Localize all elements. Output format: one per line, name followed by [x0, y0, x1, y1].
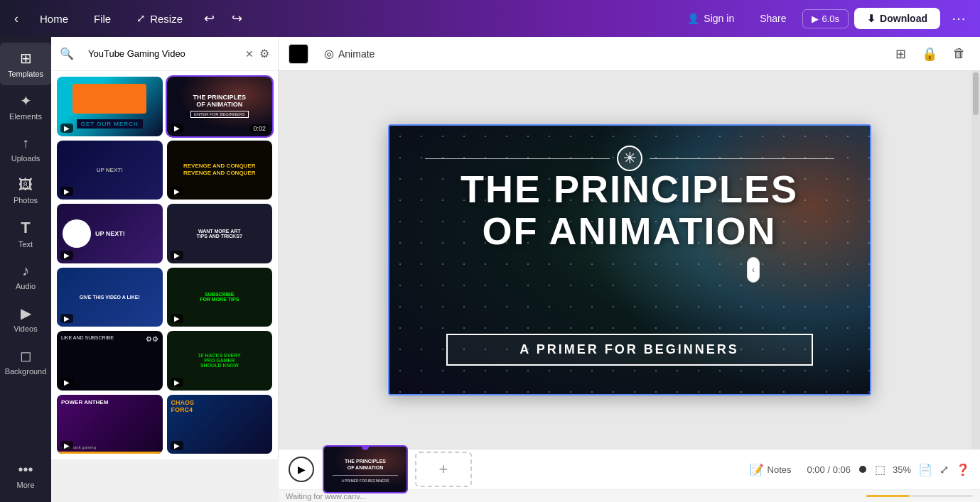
- sidebar-item-text[interactable]: T Text: [0, 212, 51, 256]
- page-view-button[interactable]: 📄: [918, 463, 932, 476]
- sidebar-item-label: Audio: [16, 282, 36, 290]
- template-duration: 0:02: [250, 124, 269, 133]
- background-icon: ◻: [20, 347, 32, 364]
- slide-title[interactable]: THE PRINCIPLESOF ANIMATION: [418, 168, 841, 253]
- notes-button[interactable]: 📝 Notes: [743, 459, 799, 480]
- timeline: ▶ THE PRINCIPLESOF ANIMATION A PRIMER FO…: [279, 449, 980, 502]
- sidebar-item-photos[interactable]: 🖼 Photos: [0, 170, 51, 212]
- sidebar-item-label: More: [16, 481, 34, 489]
- timeline-play-button[interactable]: ▶: [289, 457, 314, 482]
- scrollbar-thumb[interactable]: [973, 72, 979, 115]
- template-play-badge: ▶: [171, 251, 183, 260]
- template-card[interactable]: REVENGE AND CONQUERREVENGE AND CONQUER ▶: [167, 141, 273, 200]
- template-card[interactable]: LIKE AND SUBSCRIBE ⚙⚙ ▶: [57, 331, 163, 391]
- template-play-badge: ▶: [171, 187, 183, 196]
- template-play-badge: ▶: [171, 124, 183, 133]
- expand-button[interactable]: ⤢: [939, 463, 949, 476]
- top-navigation: ‹ Home File ⤢ Resize ↩ ↪ 👤 Sign in Share…: [0, 0, 980, 37]
- main-area: ⊞ Templates ✦ Elements ↑ Uploads 🖼 Photo…: [0, 37, 980, 502]
- template-play-badge: ▶: [60, 124, 73, 133]
- audio-icon: ♪: [22, 263, 29, 279]
- template-card[interactable]: POWER ANTHEM battle tank gaming ▶: [57, 395, 163, 454]
- play-icon: ▶: [812, 13, 819, 24]
- templates-panel: 🔍 ✕ ⚙ GET OUR MERCH ▶ TH: [51, 37, 279, 459]
- sidebar-item-uploads[interactable]: ↑ Uploads: [0, 128, 51, 170]
- search-icon: 🔍: [60, 47, 74, 60]
- sign-in-button[interactable]: 👤 Sign in: [677, 9, 744, 28]
- download-icon: ⬇: [867, 13, 876, 24]
- back-button[interactable]: ‹: [9, 9, 24, 29]
- search-clear-button[interactable]: ✕: [245, 48, 254, 60]
- grid-layout-button[interactable]: ⊞: [891, 43, 910, 65]
- timeline-right: ⬚ 35% 📄 ⤢ ❓: [875, 463, 970, 476]
- vertical-scrollbar[interactable]: [971, 71, 980, 449]
- panel-collapse-btn[interactable]: ‹: [747, 257, 760, 283]
- canvas-slide[interactable]: ✳ THE PRINCIPLESOF ANIMATION A PRIMER FO…: [388, 124, 871, 395]
- sidebar-item-templates[interactable]: ⊞ Templates: [0, 43, 51, 85]
- play-preview-button[interactable]: ▶ 6.0s: [802, 9, 849, 28]
- delete-button[interactable]: 🗑: [949, 43, 970, 65]
- template-card[interactable]: SUBSCRIBEFOR MORE TIPS ▶: [167, 268, 273, 327]
- sidebar-item-label: Templates: [8, 70, 43, 78]
- sidebar-item-videos[interactable]: ▶ Videos: [0, 298, 51, 340]
- search-input[interactable]: [80, 44, 239, 63]
- template-card[interactable]: UP NEXT! ▶: [57, 204, 163, 263]
- template-card[interactable]: THE PRINCIPLESOF ANIMATION ENTER FOR BEG…: [167, 77, 273, 136]
- sidebar-item-more[interactable]: ••• More: [0, 454, 51, 496]
- user-icon: 👤: [687, 13, 699, 24]
- notes-icon: 📝: [750, 463, 764, 476]
- slide-thumbnail[interactable]: THE PRINCIPLESOF ANIMATION A PRIMER FOR …: [323, 445, 408, 493]
- timeline-slides: THE PRINCIPLESOF ANIMATION A PRIMER FOR …: [323, 445, 524, 493]
- help-button[interactable]: ❓: [956, 463, 970, 476]
- timeline-dot[interactable]: [859, 466, 866, 473]
- timeline-controls: ▶ THE PRINCIPLESOF ANIMATION A PRIMER FO…: [279, 449, 980, 489]
- templates-grid: GET OUR MERCH ▶ THE PRINCIPLESOF ANIMATI…: [51, 71, 278, 459]
- sidebar-item-label: Videos: [14, 324, 37, 333]
- redo-button[interactable]: ↪: [226, 8, 248, 29]
- template-play-badge: ▶: [60, 378, 73, 387]
- line-right: [650, 158, 834, 159]
- template-card[interactable]: GIVE THIS VIDEO A LIKE! ▶: [57, 268, 163, 327]
- slide-thumb-title: THE PRINCIPLESOF ANIMATION: [342, 456, 389, 474]
- lock-button[interactable]: 🔒: [917, 43, 942, 65]
- template-play-badge: ▶: [60, 251, 73, 260]
- sidebar-item-label: Text: [18, 240, 33, 249]
- template-card[interactable]: CHAOSFORC4 ▶: [167, 395, 273, 454]
- sidebar-item-label: Background: [5, 367, 47, 376]
- share-button[interactable]: Share: [750, 9, 796, 28]
- panel-container: 🔍 ✕ ⚙ GET OUR MERCH ▶ TH: [51, 37, 279, 502]
- more-icon: •••: [18, 462, 33, 478]
- search-filter-button[interactable]: ⚙: [259, 47, 269, 60]
- sidebar-item-background[interactable]: ◻ Background: [0, 340, 51, 383]
- file-button[interactable]: File: [84, 9, 121, 29]
- template-card[interactable]: 10 HACKS EVERYPRO GAMERSHOULD KNOW ▶: [167, 331, 273, 391]
- template-card[interactable]: WANT MORE ARTTIPS AND TRICKS? ▶: [167, 204, 273, 263]
- slide-subtitle: A PRIMER FOR BEGINNERS: [462, 342, 797, 357]
- color-picker[interactable]: [289, 44, 308, 64]
- template-play-badge: ▶: [171, 378, 183, 387]
- template-play-badge: ▶: [60, 187, 73, 196]
- animate-button[interactable]: ◎ Animate: [317, 43, 382, 64]
- template-play-badge: ▶: [171, 441, 183, 450]
- sidebar-item-label: Elements: [9, 112, 42, 121]
- template-play-badge: ▶: [60, 314, 73, 323]
- home-button[interactable]: Home: [30, 9, 78, 29]
- template-card[interactable]: UP NEXT! ▶: [57, 141, 163, 200]
- sidebar-item-elements[interactable]: ✦ Elements: [0, 85, 51, 128]
- uploads-icon: ↑: [22, 135, 29, 151]
- canvas-area: ◎ Animate ⊞ 🔒 🗑 ✳: [279, 37, 980, 502]
- template-card[interactable]: GET OUR MERCH ▶: [57, 77, 163, 136]
- sidebar-item-label: Photos: [14, 196, 38, 204]
- download-button[interactable]: ⬇ Download: [854, 8, 940, 29]
- resize-icon: ⤢: [136, 12, 146, 25]
- slide-subtitle-box[interactable]: A PRIMER FOR BEGINNERS: [446, 334, 813, 366]
- more-options-button[interactable]: ⋯: [946, 7, 971, 30]
- sidebar-item-audio[interactable]: ♪ Audio: [0, 256, 51, 298]
- fit-screen-button[interactable]: ⬚: [875, 463, 885, 476]
- templates-icon: ⊞: [20, 50, 32, 67]
- add-slide-button[interactable]: +: [415, 452, 472, 487]
- plus-icon: +: [439, 460, 448, 479]
- resize-button[interactable]: ⤢ Resize: [126, 8, 193, 29]
- undo-button[interactable]: ↩: [198, 8, 220, 29]
- canvas-toolbar: ◎ Animate ⊞ 🔒 🗑: [279, 37, 980, 71]
